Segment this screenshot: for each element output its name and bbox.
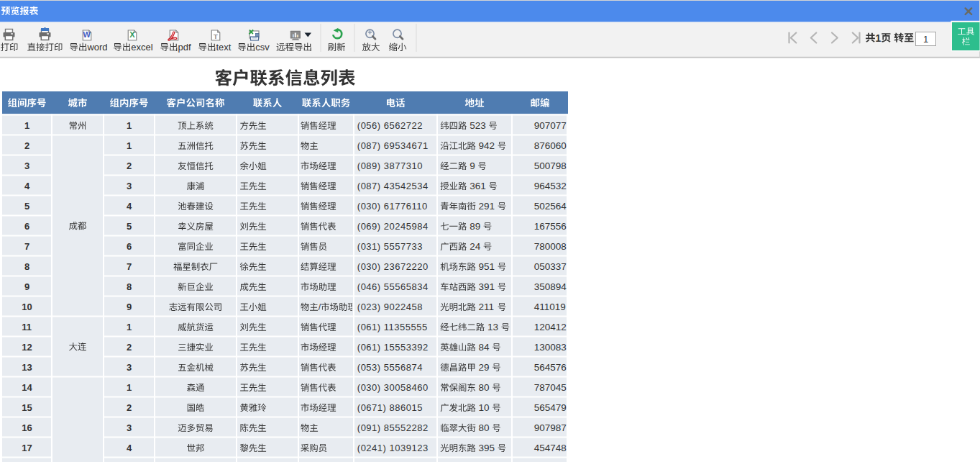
svg-text:787045: 787045: [534, 382, 567, 393]
svg-text:(056): (056): [357, 120, 381, 131]
svg-text:876060: 876060: [534, 140, 567, 151]
svg-text:1: 1: [127, 382, 132, 393]
svg-text:907077: 907077: [534, 120, 567, 131]
svg-text:89: 89: [470, 221, 480, 232]
svg-text:942: 942: [479, 140, 495, 151]
svg-text:5: 5: [24, 201, 29, 212]
svg-text:30058460: 30058460: [384, 382, 429, 393]
svg-text:5557733: 5557733: [384, 241, 423, 252]
svg-text:(0241): (0241): [357, 443, 387, 453]
svg-text:9: 9: [127, 302, 132, 312]
svg-text:(0671): (0671): [357, 402, 387, 413]
svg-text:500798: 500798: [534, 160, 567, 171]
svg-text:9: 9: [24, 281, 29, 292]
svg-text:3: 3: [127, 422, 132, 433]
svg-text:523: 523: [470, 120, 486, 131]
svg-text:6: 6: [24, 221, 29, 232]
svg-text:(030): (030): [357, 382, 381, 393]
svg-text:4: 4: [24, 181, 30, 191]
svg-text:excel: excel: [131, 42, 152, 53]
svg-text:2: 2: [127, 402, 132, 413]
svg-text:word: word: [86, 42, 107, 53]
svg-text:120412: 120412: [534, 322, 567, 332]
svg-text:9022458: 9022458: [384, 302, 423, 312]
svg-text:20245984: 20245984: [384, 221, 429, 232]
svg-text:16: 16: [22, 422, 32, 433]
svg-text:(031): (031): [357, 241, 381, 252]
svg-text:395: 395: [479, 443, 495, 453]
svg-text:3877310: 3877310: [384, 160, 423, 171]
svg-text:565479: 565479: [534, 402, 567, 413]
svg-text:69534671: 69534671: [384, 140, 429, 151]
svg-text:(061): (061): [357, 322, 381, 332]
svg-text:(061): (061): [357, 342, 381, 353]
svg-text:391: 391: [479, 281, 495, 292]
svg-text:17: 17: [22, 443, 32, 453]
svg-text:211: 211: [479, 302, 495, 312]
svg-text:X: X: [129, 30, 135, 39]
svg-text:(069): (069): [357, 221, 381, 232]
svg-text:1: 1: [24, 120, 29, 131]
svg-text:780008: 780008: [534, 241, 567, 252]
svg-text:10: 10: [479, 402, 490, 413]
svg-text:167556: 167556: [534, 221, 567, 232]
svg-text:61776110: 61776110: [384, 201, 428, 212]
svg-text:80: 80: [479, 422, 490, 433]
svg-text:(030): (030): [357, 261, 381, 272]
svg-text:84: 84: [479, 342, 490, 353]
svg-text:4: 4: [127, 201, 132, 212]
svg-text:502564: 502564: [534, 201, 567, 212]
svg-text:907987: 907987: [534, 422, 567, 433]
svg-text:85552282: 85552282: [384, 422, 429, 433]
svg-text:15553392: 15553392: [384, 342, 429, 353]
svg-text:886015: 886015: [390, 402, 423, 413]
svg-text:13: 13: [487, 322, 498, 332]
svg-text:23672220: 23672220: [384, 261, 429, 272]
svg-text:1039123: 1039123: [390, 443, 429, 453]
svg-text:1: 1: [923, 34, 928, 45]
svg-text:(053): (053): [357, 362, 381, 373]
svg-text:80: 80: [479, 382, 490, 393]
svg-text:10: 10: [22, 302, 32, 312]
svg-text:1: 1: [876, 32, 881, 44]
svg-text:W: W: [83, 30, 91, 39]
svg-text:454748: 454748: [534, 443, 567, 453]
svg-text:24: 24: [470, 241, 481, 252]
svg-text:951: 951: [479, 261, 495, 272]
svg-text:(030): (030): [357, 201, 381, 212]
svg-text:7: 7: [24, 241, 29, 252]
svg-text:2: 2: [127, 342, 132, 353]
svg-text:130083: 130083: [534, 342, 567, 353]
svg-text:3: 3: [24, 160, 29, 171]
svg-text:5: 5: [127, 221, 132, 232]
svg-text:T: T: [214, 32, 218, 40]
svg-text:29: 29: [479, 362, 490, 373]
svg-text:11: 11: [22, 322, 32, 332]
svg-text:43542534: 43542534: [384, 181, 429, 191]
svg-text:9: 9: [470, 160, 475, 171]
svg-text:12: 12: [22, 342, 32, 353]
svg-text:1: 1: [127, 322, 132, 332]
svg-text:7: 7: [127, 261, 132, 272]
svg-text:6: 6: [127, 241, 132, 252]
svg-text:2: 2: [127, 160, 132, 171]
svg-text:/: /: [319, 302, 321, 312]
svg-text:564576: 564576: [534, 362, 567, 373]
svg-text:8: 8: [127, 281, 132, 292]
svg-text:pdf: pdf: [178, 42, 191, 53]
svg-text:3: 3: [127, 362, 132, 373]
svg-text:6562722: 6562722: [384, 120, 423, 131]
svg-text:(091): (091): [357, 422, 381, 433]
svg-text:(023): (023): [357, 302, 381, 312]
svg-text:11355555: 11355555: [384, 322, 428, 332]
svg-text:csv: csv: [255, 42, 270, 53]
svg-text:text: text: [216, 42, 232, 53]
svg-text:2: 2: [24, 140, 29, 151]
svg-text:15: 15: [22, 402, 32, 413]
svg-text:291: 291: [479, 201, 495, 212]
svg-text:8: 8: [24, 261, 29, 272]
svg-text:050337: 050337: [534, 261, 567, 272]
svg-text:55565834: 55565834: [384, 281, 429, 292]
svg-text:964532: 964532: [534, 181, 567, 191]
svg-text:361: 361: [470, 181, 486, 191]
